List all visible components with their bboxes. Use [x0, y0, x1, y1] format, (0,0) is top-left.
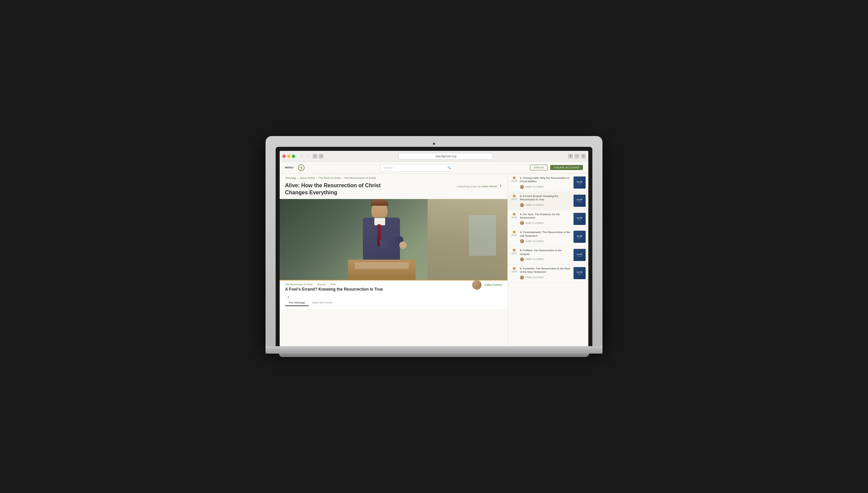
- item-title-4: 4. Foreshadowed: The Resurrection in the…: [520, 231, 572, 238]
- tab-this-message[interactable]: This Message: [285, 300, 309, 306]
- item-duration-4: 33:56: [512, 234, 517, 236]
- item-avatar-3: [520, 221, 524, 225]
- bg-window: [469, 215, 496, 256]
- series-meta: a teaching series by Gabe Fluhrer: [457, 185, 497, 188]
- maximize-button[interactable]: [292, 154, 295, 158]
- item-title-5: 5. Fulfilled: The Resurrection in the Go…: [520, 249, 572, 256]
- playlist-item-5[interactable]: 33:37 5. Fulfilled: The Resurrection in …: [508, 246, 588, 264]
- item-indicator-2: [513, 195, 516, 197]
- site-logo[interactable]: [298, 164, 305, 171]
- item-avatar-1: [520, 185, 524, 189]
- url-text: new.ligonier.org: [435, 154, 457, 158]
- refresh-icon[interactable]: ↻: [581, 154, 586, 158]
- author-name[interactable]: Gabe Fluhrer: [484, 283, 502, 286]
- author-avatar: [472, 280, 481, 290]
- share-icon[interactable]: ⬆: [499, 184, 502, 188]
- item-avatar-6: [520, 276, 524, 279]
- reader-icon[interactable]: ≡: [313, 154, 317, 158]
- item-info-2: 2. A Fool's Errand? Knowing the Resurrec…: [520, 195, 572, 207]
- item-indicator-6: [513, 267, 516, 270]
- laptop-base: [266, 346, 602, 353]
- now-playing-tags: The Resurrection of Christ , Science , T…: [285, 283, 502, 285]
- main-content: Theology › Jesus Christ › The Work of Ch…: [280, 174, 588, 346]
- create-account-button[interactable]: CREATE Account: [550, 165, 583, 170]
- search-icon: 🔍: [448, 166, 451, 169]
- add-tab-icon[interactable]: +: [575, 154, 579, 158]
- now-playing-panel: The Resurrection of Christ , Science , T…: [280, 280, 508, 309]
- now-playing-title: A Fool's Errand? Knowing the Resurrectio…: [285, 287, 383, 292]
- item-indicator-1: [513, 176, 516, 179]
- share-icon-small[interactable]: ⬆: [287, 296, 290, 299]
- item-duration-2: 34:79: [512, 198, 517, 200]
- series-title: Alive: How the Resurrection of Christ Ch…: [285, 182, 386, 196]
- item-thumbnail-3: ALIVE series: [574, 213, 586, 225]
- back-button[interactable]: ‹: [299, 154, 304, 158]
- video-player[interactable]: [280, 199, 508, 280]
- item-duration-3: 33:43: [512, 216, 517, 218]
- item-indicator-4: [513, 231, 516, 233]
- browser-navigation: ‹ ›: [299, 154, 310, 158]
- series-author-link[interactable]: Gabe Fluhrer: [481, 185, 497, 188]
- tag-truth[interactable]: Truth: [331, 283, 336, 285]
- pulpit: [348, 260, 415, 280]
- item-title-1: 1. Finding Faith: Why the Resurrection o…: [520, 176, 572, 184]
- item-author-4: GABE FLUHRER: [525, 240, 543, 242]
- item-duration-5: 33:37: [512, 252, 517, 255]
- playlist-item-4[interactable]: 33:56 4. Foreshadowed: The Resurrection …: [508, 228, 588, 246]
- item-thumbnail-5: ALIVE series: [574, 249, 586, 261]
- video-panel: Theology › Jesus Christ › The Work of Ch…: [280, 174, 508, 346]
- item-avatar-2: [520, 203, 524, 207]
- search-placeholder: Search: [383, 166, 393, 169]
- breadcrumb-resurrection: The Resurrection of Christ: [344, 176, 376, 179]
- tag-resurrection[interactable]: The Resurrection of Christ: [285, 283, 313, 285]
- item-duration-1: 33:49: [512, 180, 517, 182]
- playlist-item-2[interactable]: 34:79 2. A Fool's Errand? Knowing the Re…: [508, 192, 588, 210]
- series-header: Alive: How the Resurrection of Christ Ch…: [280, 181, 508, 199]
- laptop-screen: ‹ › ≡ ℹ new.ligonier.org ⬆ +: [280, 151, 588, 346]
- item-info-4: 4. Foreshadowed: The Resurrection in the…: [520, 231, 572, 243]
- sign-in-button[interactable]: SIGN IN: [530, 165, 547, 170]
- share-icon[interactable]: ⬆: [568, 154, 573, 158]
- now-playing-author: Gabe Fluhrer: [472, 280, 502, 290]
- item-thumbnail-2: ALIVE series: [574, 195, 586, 207]
- browser-address-bar[interactable]: new.ligonier.org: [326, 153, 565, 159]
- item-author-3: GABE FLUHRER: [525, 222, 543, 224]
- breadcrumb-jesus-christ[interactable]: Jesus Christ: [300, 176, 315, 179]
- item-thumbnail-1: ALIVE series: [574, 176, 586, 189]
- camera-dot: [433, 143, 435, 145]
- browser-chrome: ‹ › ≡ ℹ new.ligonier.org ⬆ +: [280, 151, 588, 162]
- playlist-sidebar: 33:49 1. Finding Faith: Why the Resurrec…: [508, 174, 588, 346]
- laptop-foot: [279, 353, 589, 357]
- item-indicator-3: [513, 213, 516, 216]
- item-thumbnail-4: ALIVE series: [574, 231, 586, 243]
- item-author-2: GABE FLUHRER: [525, 204, 543, 206]
- item-title-6: 6. Foretaste: The Resurrection in the Re…: [520, 267, 572, 274]
- menu-button[interactable]: MENU: [285, 166, 294, 169]
- forward-button[interactable]: ›: [305, 154, 310, 158]
- site-search: Search 🔍: [309, 164, 526, 171]
- item-author-5: GABE FLUHRER: [525, 258, 543, 260]
- header-actions: SIGN IN CREATE Account: [530, 165, 583, 170]
- info-icon[interactable]: ℹ: [319, 154, 324, 158]
- close-button[interactable]: [282, 154, 286, 158]
- minimize-button[interactable]: [287, 154, 290, 158]
- search-input[interactable]: Search 🔍: [380, 164, 454, 171]
- item-duration-6: 33:06: [512, 271, 517, 273]
- tab-about-series[interactable]: About this Series: [309, 300, 336, 306]
- item-avatar-5: [520, 257, 524, 261]
- now-playing-tabs: This Message About this Series: [285, 300, 502, 306]
- playlist-item-3[interactable]: 33:43 3. For Sure: The Evidence for the …: [508, 210, 588, 228]
- breadcrumb: Theology › Jesus Christ › The Work of Ch…: [280, 174, 508, 181]
- item-info-5: 5. Fulfilled: The Resurrection in the Go…: [520, 249, 572, 261]
- tag-science[interactable]: Science: [317, 283, 326, 285]
- playlist-item-1[interactable]: 33:49 1. Finding Faith: Why the Resurrec…: [508, 174, 588, 192]
- breadcrumb-work-of-christ[interactable]: The Work of Christ: [318, 176, 341, 179]
- item-info-6: 6. Foretaste: The Resurrection in the Re…: [520, 267, 572, 279]
- playlist-item-6[interactable]: 33:06 6. Foretaste: The Resurrection in …: [508, 264, 588, 282]
- item-indicator-5: [513, 249, 516, 252]
- traffic-lights: [282, 154, 295, 158]
- site-content: MENU Search 🔍: [280, 162, 588, 346]
- item-thumbnail-6: ALIVE series: [574, 267, 586, 279]
- item-avatar-4: [520, 239, 524, 243]
- breadcrumb-theology[interactable]: Theology: [285, 176, 296, 179]
